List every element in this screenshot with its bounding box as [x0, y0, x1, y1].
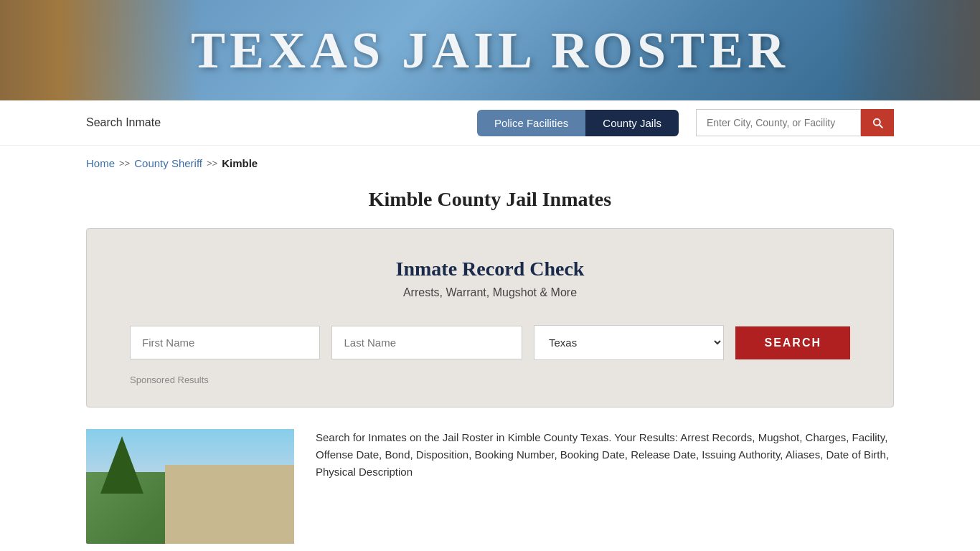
record-check-card: Inmate Record Check Arrests, Warrant, Mu…	[86, 228, 894, 408]
page-title-section: Kimble County Jail Inmates	[0, 181, 980, 228]
inmate-search-button[interactable]: SEARCH	[735, 326, 850, 359]
site-title: Texas Jail Roster	[191, 21, 789, 80]
header-banner: Texas Jail Roster	[0, 0, 980, 100]
navbar: Search Inmate Police Facilities County J…	[0, 100, 980, 146]
card-subtitle: Arrests, Warrant, Mugshot & More	[130, 286, 850, 299]
county-jails-button[interactable]: County Jails	[585, 110, 679, 136]
keys-image	[837, 0, 980, 100]
capitol-image	[0, 0, 201, 100]
page-title: Kimble County Jail Inmates	[0, 188, 980, 211]
breadcrumb-county-sheriff[interactable]: County Sheriff	[134, 157, 202, 169]
breadcrumb-separator-1: >>	[119, 158, 130, 169]
last-name-input[interactable]	[331, 326, 522, 359]
first-name-input[interactable]	[130, 326, 320, 359]
facility-search-button[interactable]	[861, 109, 894, 136]
facility-search-input[interactable]	[696, 109, 861, 136]
police-facilities-button[interactable]: Police Facilities	[477, 110, 585, 136]
search-icon	[871, 116, 884, 129]
description-text: Search for Inmates on the Jail Roster in…	[316, 429, 894, 481]
county-thumbnail	[86, 429, 294, 544]
breadcrumb-separator-2: >>	[207, 158, 217, 169]
breadcrumb-current: Kimble	[222, 157, 258, 169]
bottom-section: Search for Inmates on the Jail Roster in…	[0, 429, 980, 544]
search-inmate-label: Search Inmate	[86, 116, 161, 129]
nav-buttons: Police Facilities County Jails	[477, 110, 679, 136]
thumbnail-building	[165, 465, 294, 544]
breadcrumb: Home >> County Sheriff >> Kimble	[0, 146, 980, 181]
card-title: Inmate Record Check	[130, 258, 850, 281]
sponsored-results-label: Sponsored Results	[130, 375, 850, 385]
inmate-search-row: AlabamaAlaskaArizonaArkansasCaliforniaCo…	[130, 325, 850, 360]
facility-search-wrapper	[696, 109, 894, 136]
state-select[interactable]: AlabamaAlaskaArizonaArkansasCaliforniaCo…	[534, 325, 724, 360]
breadcrumb-home[interactable]: Home	[86, 157, 115, 169]
